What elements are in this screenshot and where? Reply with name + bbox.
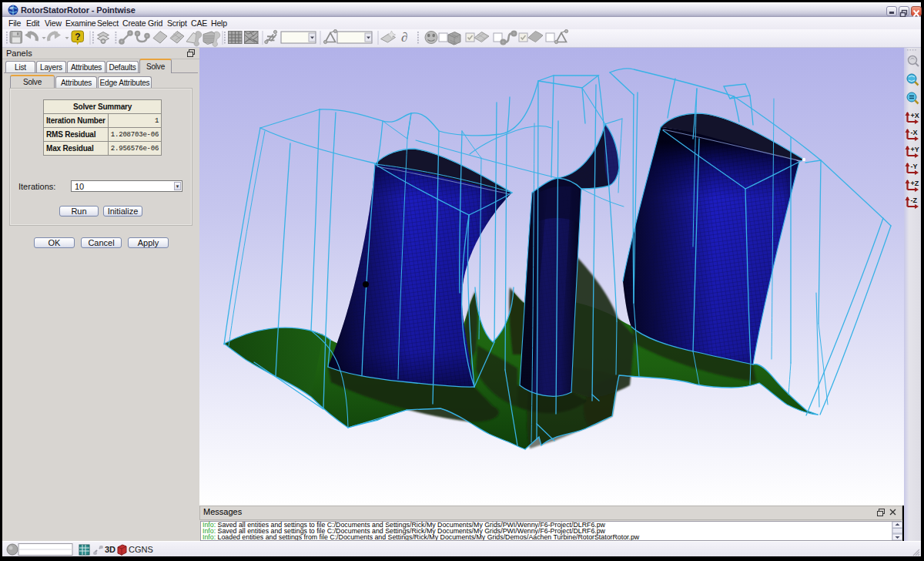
svg-text:3D: 3D — [105, 545, 116, 554]
svg-text:+Y: +Y — [911, 146, 919, 153]
svg-text:CGNS: CGNS — [129, 545, 153, 554]
svg-text:+Z: +Z — [911, 180, 919, 187]
svg-text:∂: ∂ — [401, 30, 407, 45]
svg-text:-X: -X — [911, 129, 918, 136]
svg-text:-Z: -Z — [911, 197, 918, 204]
svg-text:?: ? — [75, 32, 80, 42]
svg-text:+X: +X — [911, 112, 919, 119]
svg-text:-Y: -Y — [911, 163, 918, 170]
